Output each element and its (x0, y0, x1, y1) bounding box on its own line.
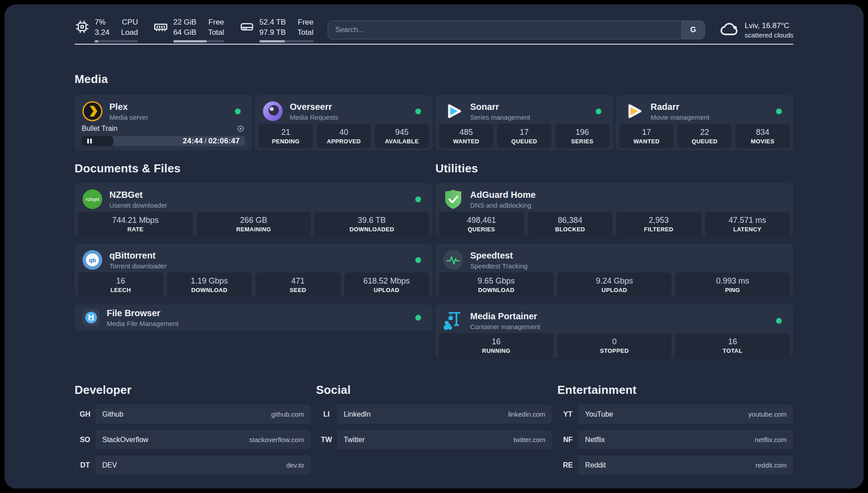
header: 7%3.24CPULoad22 GiB64 GiBFreeTotal52.4 T… (75, 4, 793, 42)
stat-label-line: Load (121, 28, 138, 38)
bookmark-abbr: LI (316, 405, 337, 424)
disk-icon (239, 19, 255, 34)
stat-box-wanted: 17WANTED (619, 124, 674, 148)
section-documents: Documents & Files nzbgetNZBGetUsenet dow… (75, 162, 433, 357)
app-description: DNS and adblocking (470, 201, 536, 209)
app-title-row: qbqBittorrentTorrent downloader (78, 247, 429, 272)
app-title-text: OverseerrMedia Requests (290, 102, 338, 121)
system-stat-storage: 52.4 TB97.9 TBFreeTotal (239, 17, 313, 42)
bookmark-twitter[interactable]: TWTwittertwitter.com (316, 430, 552, 449)
stat-label: QUEUED (511, 138, 537, 145)
bookmark-dev[interactable]: DTDEVdev.to (75, 455, 311, 475)
now-playing-row: Bullet Train (78, 124, 249, 133)
app-card-plex[interactable]: PlexMedia serverBullet Train24:44/02:06:… (75, 95, 252, 150)
app-card-adguard-home[interactable]: AdGuard HomeDNS and adblocking498,461QUE… (435, 183, 793, 236)
app-title-text: NZBGetUsenet downloader (109, 190, 167, 209)
stat-value: 39.6 TB (358, 216, 386, 225)
bookmark-abbr: SO (75, 430, 96, 449)
ram-icon (153, 19, 168, 34)
stat-value: 9.65 Gbps (478, 276, 515, 286)
stat-label-line: Total (297, 28, 313, 38)
bookmark-name: YouTube (585, 410, 613, 418)
stat-label: DOWNLOAD (191, 287, 227, 293)
bookmark-github[interactable]: GHGithubgithub.com (75, 405, 311, 424)
stat-value: 485 (459, 128, 473, 137)
bookmark-reddit[interactable]: RERedditreddit.com (557, 455, 793, 475)
app-card-speedtest[interactable]: SpeedtestSpeedtest Tracking9.65 GbpsDOWN… (435, 244, 793, 297)
app-title-text: PlexMedia server (109, 102, 148, 121)
app-name: Media Portainer (470, 311, 540, 322)
app-stats-row: 9.65 GbpsDOWNLOAD9.24 GbpsUPLOAD0.993 ms… (439, 272, 790, 297)
app-card-file-browser[interactable]: File BrowserMedia File Management (75, 305, 433, 330)
stat-label: QUERIES (468, 226, 495, 233)
app-title-text: AdGuard HomeDNS and adblocking (470, 190, 536, 209)
system-stat-memory: 22 GiB64 GiBFreeTotal (153, 17, 224, 42)
bookmark-name: DEV (102, 461, 117, 469)
app-title-text: File BrowserMedia File Management (107, 308, 179, 327)
stat-label: WANTED (634, 138, 660, 145)
stat-label: APPROVED (327, 138, 361, 145)
app-stats-row: 16RUNNING0STOPPED16TOTAL (439, 333, 790, 358)
app-card-radarr[interactable]: RadarrMovie management17WANTED22QUEUED83… (616, 95, 793, 150)
app-card-nzbget[interactable]: nzbgetNZBGetUsenet downloader744.21 Mbps… (75, 183, 433, 236)
bookmark-name: LinkedIn (344, 410, 371, 418)
stat-label: DOWNLOADED (350, 226, 394, 233)
stat-value: 40 (339, 128, 348, 137)
search-engine-button[interactable]: G (681, 21, 705, 39)
bookmark-body: Redditreddit.com (578, 455, 793, 475)
search-bar: G (328, 21, 705, 39)
stat-box-series: 196SERIES (555, 124, 609, 148)
app-card-sonarr[interactable]: SonarrSeries management485WANTED17QUEUED… (435, 95, 613, 150)
app-stats-row: 17WANTED22QUEUED834MOVIES (619, 124, 790, 148)
stat-label: PING (725, 287, 740, 293)
stat-label: SEED (290, 287, 306, 293)
status-dot-online (415, 109, 421, 114)
stat-label: UPLOAD (374, 287, 399, 293)
bookmark-stackoverflow[interactable]: SOStackOverflowstackoverflow.com (75, 430, 311, 449)
app-description: Usenet downloader (109, 201, 167, 209)
app-name: NZBGet (109, 190, 167, 200)
bookmark-netflix[interactable]: NFNetflixnetflix.com (557, 430, 793, 449)
pause-icon[interactable] (87, 138, 92, 144)
header-divider (75, 44, 793, 45)
stat-value: 0.993 ms (716, 276, 749, 286)
svg-text:nzbget: nzbget (85, 196, 100, 202)
stat-label-line: Free (297, 17, 313, 27)
stat-value: 17 (642, 128, 651, 137)
bookmark-youtube[interactable]: YTYouTubeyoutube.com (557, 405, 793, 424)
bookmark-name: Reddit (585, 461, 605, 469)
stat-box-blocked: 86,384BLOCKED (528, 212, 613, 236)
app-description: Series management (470, 113, 530, 121)
bookmark-abbr: NF (557, 430, 578, 449)
storage-progress-fill (259, 40, 285, 42)
app-title-row: OverseerrMedia Requests (259, 99, 429, 124)
app-title-text: SpeedtestSpeedtest Tracking (470, 251, 527, 270)
stat-box-seed: 471SEED (255, 272, 341, 297)
app-title-row: nzbgetNZBGetUsenet downloader (78, 187, 429, 212)
search-input[interactable] (328, 21, 681, 39)
app-stats-row: 16LEECH1.19 GbpsDOWNLOAD471SEED618.52 Mb… (78, 272, 429, 297)
stat-box-pending: 21PENDING (259, 124, 313, 148)
status-dot-online (596, 109, 601, 114)
status-dot-online (776, 318, 782, 324)
stat-box-queued: 17QUEUED (497, 124, 551, 148)
app-card-media-portainer[interactable]: Media PortainerContainer management16RUN… (435, 305, 793, 357)
bookmark-name: Github (102, 410, 123, 418)
app-card-qbittorrent[interactable]: qbqBittorrentTorrent downloader16LEECH1.… (75, 244, 433, 297)
playback-duration: 02:06:47 (209, 137, 240, 145)
section-title-developer: Developer (75, 383, 311, 397)
section-title-utilities: Utilities (435, 162, 793, 175)
stat-value: 196 (576, 128, 589, 137)
bookmark-linkedin[interactable]: LILinkedInlinkedin.com (316, 405, 552, 424)
stat-label: FILTERED (644, 226, 673, 233)
app-name: qBittorrent (109, 251, 167, 261)
app-stats-row: 744.21 MbpsRATE266 GBREMAINING39.6 TBDOW… (78, 212, 429, 236)
app-card-overseerr[interactable]: OverseerrMedia Requests21PENDING40APPROV… (255, 95, 433, 150)
stat-value: 2,953 (649, 216, 669, 225)
stat-label-line: Total (208, 28, 224, 38)
stat-label: TOTAL (723, 347, 743, 354)
section-title-entertainment: Entertainment (557, 383, 793, 397)
cpu-progress-fill (95, 40, 98, 42)
app-title-row: File BrowserMedia File Management (78, 306, 429, 329)
app-stats-row: 21PENDING40APPROVED945AVAILABLE (259, 124, 429, 148)
